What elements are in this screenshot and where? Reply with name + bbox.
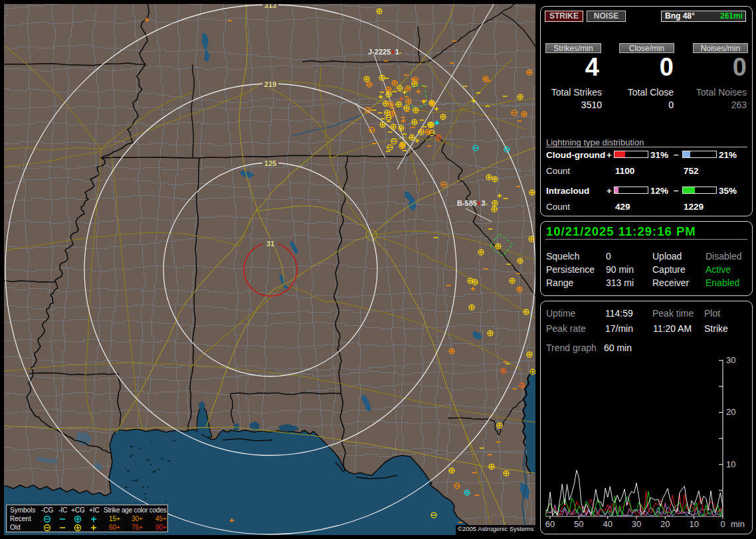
svg-text:10: 10 bbox=[689, 519, 698, 529]
svg-text:B-585+3-: B-585+3- bbox=[457, 199, 488, 207]
svg-text:60: 60 bbox=[545, 519, 555, 529]
svg-text:min: min bbox=[731, 519, 745, 529]
svg-text:30: 30 bbox=[632, 519, 641, 529]
svg-text:50: 50 bbox=[574, 519, 583, 529]
svg-text:0: 0 bbox=[720, 519, 725, 529]
svg-text:30: 30 bbox=[726, 356, 735, 365]
svg-text:20: 20 bbox=[660, 519, 670, 529]
svg-text:125: 125 bbox=[264, 159, 276, 167]
svg-text:31: 31 bbox=[266, 240, 274, 248]
svg-text:313: 313 bbox=[264, 4, 276, 9]
svg-text:10: 10 bbox=[726, 459, 735, 469]
svg-text:219: 219 bbox=[264, 80, 276, 88]
svg-text:J-2225+1-: J-2225+1- bbox=[368, 48, 402, 56]
svg-text:40: 40 bbox=[603, 519, 612, 529]
svg-text:20: 20 bbox=[726, 407, 735, 417]
